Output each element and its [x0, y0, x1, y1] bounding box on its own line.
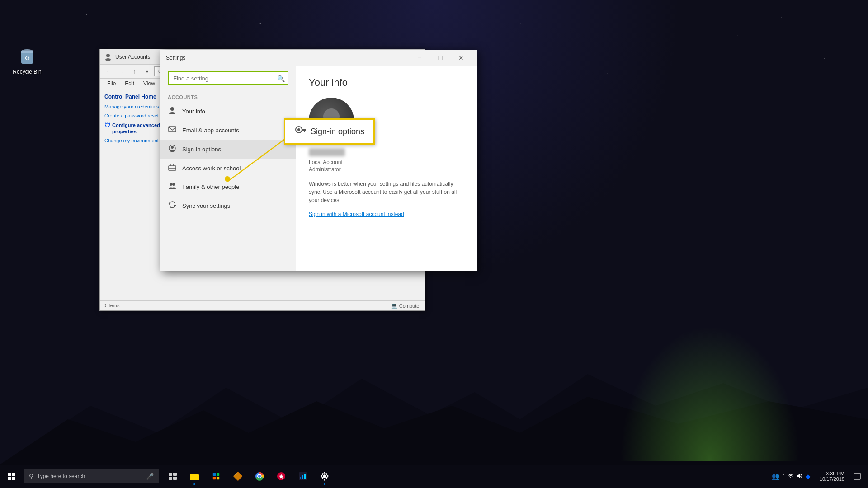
taskbar-search-box[interactable]: ⚲ Type here to search 🎤	[24, 469, 159, 483]
dropbox-icon[interactable]: ◆	[806, 473, 811, 480]
svg-rect-34	[169, 477, 172, 480]
svg-rect-39	[213, 477, 216, 479]
svg-rect-29	[12, 473, 15, 476]
ms-account-link[interactable]: Sign in with a Microsoft account instead	[309, 211, 404, 217]
settings-nav-email[interactable]: Email & app accounts	[160, 121, 296, 140]
svg-point-23	[297, 128, 300, 131]
svg-rect-46	[300, 477, 301, 479]
task-view-btn[interactable]	[163, 466, 183, 486]
store-btn[interactable]	[206, 466, 226, 486]
settings-nav-signin-label: Sign-in options	[182, 146, 221, 153]
settings-taskbar-btn[interactable]	[315, 466, 335, 486]
svg-marker-51	[797, 474, 800, 478]
taskbar-time: 3:39 PM	[826, 471, 844, 476]
settings-titlebar: Settings − □ ✕	[160, 50, 477, 66]
svg-rect-33	[173, 473, 177, 476]
search-icon: 🔍	[277, 75, 285, 82]
start-icon	[8, 473, 15, 480]
svg-rect-32	[169, 473, 172, 476]
settings-maximize-btn[interactable]: □	[430, 51, 451, 65]
svg-point-7	[105, 58, 111, 61]
account-type: Local Account	[309, 159, 464, 165]
taskbar-clock[interactable]: 3:39 PM 10/17/2018	[816, 471, 848, 482]
store-icon	[212, 472, 220, 480]
volume-icon[interactable]	[797, 473, 803, 480]
start-button[interactable]	[0, 465, 24, 488]
svg-point-6	[106, 54, 110, 57]
settings-nav-sync-label: Sync your settings	[182, 202, 230, 209]
notification-icon	[854, 473, 861, 480]
file-explorer-icon	[190, 472, 199, 480]
email-icon	[168, 126, 177, 135]
ua-menu-file[interactable]: File	[104, 80, 119, 88]
taskbar-right: 👥 ˄ ◆	[768, 465, 868, 488]
svg-point-17	[172, 183, 175, 186]
ua-back-btn[interactable]: ←	[104, 66, 114, 76]
app6-btn[interactable]	[293, 466, 313, 486]
taskbar-search-placeholder: Type here to search	[37, 473, 85, 479]
svg-rect-28	[8, 473, 11, 476]
settings-nav-work-label: Access work or school	[182, 165, 241, 172]
vlc-btn[interactable]: 🔶	[228, 466, 248, 486]
settings-nav-your-info[interactable]: Your info	[160, 102, 296, 121]
settings-description: Windows is better when your settings and…	[309, 180, 462, 204]
account-role: Administrator	[309, 166, 464, 173]
svg-point-43	[258, 475, 261, 478]
notification-center-btn[interactable]	[850, 465, 864, 488]
ua-up-btn[interactable]: ↑	[129, 66, 140, 76]
recycle-bin-label: Recycle Bin	[13, 69, 41, 75]
settings-window-controls: − □ ✕	[409, 51, 472, 65]
shield-icon: 🛡	[104, 122, 110, 130]
settings-nav-signin[interactable]: Sign-in options	[160, 140, 296, 159]
settings-nav-email-label: Email & app accounts	[182, 127, 239, 134]
svg-rect-25	[304, 131, 305, 132]
ua-item-count: 0 items	[104, 303, 119, 309]
network-icon[interactable]	[788, 473, 794, 480]
ua-title-area: User Accounts	[104, 53, 150, 61]
chrome-btn[interactable]	[250, 466, 269, 486]
svg-rect-26	[306, 131, 306, 132]
microphone-icon: 🎤	[146, 473, 154, 480]
taskbar-date: 10/17/2018	[820, 476, 844, 482]
people-icon[interactable]: 👥	[772, 473, 779, 480]
signin-callout-label: Sign-in options	[311, 127, 364, 136]
recycle-bin-icon[interactable]: ♻ Recycle Bin	[9, 45, 45, 75]
ua-forward-btn[interactable]: →	[116, 66, 127, 76]
svg-rect-40	[217, 477, 219, 479]
sync-icon	[168, 201, 177, 211]
svg-point-9	[169, 112, 175, 114]
ua-menu-view[interactable]: View	[140, 80, 159, 88]
ua-menu-edit[interactable]: Edit	[121, 80, 138, 88]
settings-window: Settings − □ ✕ 🔍 Accounts	[160, 50, 477, 271]
settings-nav-sync[interactable]: Sync your settings	[160, 196, 296, 216]
file-explorer-btn[interactable]	[184, 466, 204, 486]
user-accounts-icon	[104, 53, 112, 61]
chevron-up-icon[interactable]: ˄	[782, 474, 785, 479]
app5-btn[interactable]	[271, 466, 291, 486]
signin-callout: Sign-in options	[284, 118, 375, 145]
ua-location: 💻 Computer	[391, 303, 421, 309]
svg-rect-38	[217, 473, 219, 476]
recycle-bin-graphic: ♻	[16, 45, 38, 67]
speaker-icon	[797, 473, 803, 479]
svg-point-13	[170, 150, 175, 152]
settings-search-input[interactable]	[168, 71, 288, 85]
settings-main-panel: Your info Local Account Administrator Wi…	[296, 66, 477, 271]
family-icon	[168, 182, 177, 192]
desktop: ♻ Recycle Bin User Accounts − □ ✕ ← → ↑	[0, 0, 868, 488]
ua-title-text: User Accounts	[115, 54, 150, 60]
ua-recent-btn[interactable]: ▾	[142, 66, 152, 76]
task-view-icon	[169, 473, 177, 480]
settings-nav-work[interactable]: Access work or school	[160, 159, 296, 178]
settings-content: 🔍 Accounts Your info	[160, 66, 477, 271]
work-icon	[168, 164, 177, 173]
settings-minimize-btn[interactable]: −	[409, 51, 430, 65]
settings-close-btn[interactable]: ✕	[451, 51, 472, 65]
svg-rect-30	[8, 477, 11, 480]
taskbar-search-icon: ⚲	[29, 473, 33, 480]
your-info-icon	[168, 106, 177, 117]
svg-point-8	[170, 107, 174, 111]
svg-rect-4	[21, 51, 33, 53]
taskbar-apps: 🔶	[163, 466, 335, 486]
svg-rect-35	[173, 477, 177, 480]
